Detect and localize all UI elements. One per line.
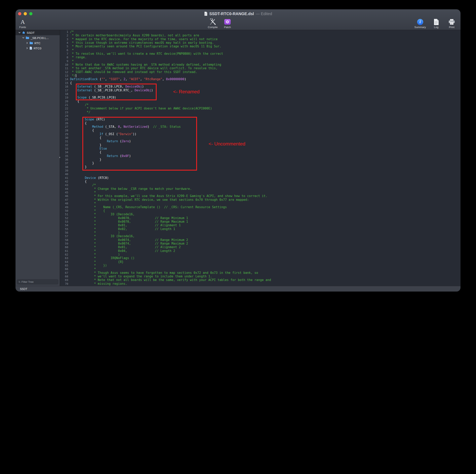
code-line-42[interactable]: 42 {: [60, 180, 460, 183]
code-text: {: [70, 129, 94, 132]
code-line-26[interactable]: 26 {: [60, 121, 460, 125]
code-line-2[interactable]: 2 * On certain motherboards(mainly Asus …: [60, 34, 460, 37]
code-line-28[interactable]: 28 {: [60, 129, 460, 132]
code-line-27[interactable]: 27 Method (_STA, 0, NotSerialized) // _S…: [60, 125, 460, 129]
print-button[interactable]: Print: [446, 18, 457, 29]
code-line-60[interactable]: 60 * 0x01, // Alignment 2: [60, 245, 460, 249]
code-line-31[interactable]: 31 Return (Zero): [60, 139, 460, 143]
sidebar-item-ssdt[interactable]: SSDT: [16, 30, 60, 35]
code-line-20[interactable]: 20 {: [60, 100, 460, 103]
close-window-button[interactable]: [18, 12, 21, 15]
code-line-14[interactable]: 14DefinitionBlock ("", "SSDT", 2, "ACDT"…: [60, 77, 460, 81]
code-line-32[interactable]: 32 }: [60, 143, 460, 147]
code-line-34[interactable]: 34 {: [60, 151, 460, 154]
code-line-17[interactable]: 17 External (_SB_.PCI0.LPC0.RTC_, Device…: [60, 88, 460, 92]
code-line-54[interactable]: 54 * 0x01, // Alignment 1: [60, 223, 460, 227]
acpi-tree: SSDT_SB.PCI0.L...RTCRTC0: [16, 30, 60, 51]
code-line-69[interactable]: 69 * Note that not all boards will be th…: [60, 278, 460, 282]
code-line-55[interactable]: 55 * 0x02, // Length 1: [60, 227, 460, 231]
code-line-68[interactable]: 68 * we'll want to expand the range to i…: [60, 275, 460, 278]
line-number: 25: [60, 118, 68, 121]
code-line-39[interactable]: 39: [60, 169, 460, 172]
code-line-48[interactable]: 48 *: [60, 202, 460, 205]
code-line-22[interactable]: 22 * Uncomment below if your ACPI doesn'…: [60, 107, 460, 110]
code-line-67[interactable]: 67 * Though Asus seems to have forgotten…: [60, 271, 460, 275]
chevron-down-icon[interactable]: [18, 32, 21, 34]
code-line-33[interactable]: 33 Else: [60, 147, 460, 151]
fonts-button[interactable]: A Fonts: [17, 18, 28, 29]
code-line-15[interactable]: 15{: [60, 81, 460, 85]
code-line-19[interactable]: 19 Scope (_SB.PCI0.LPC0): [60, 96, 460, 99]
code-line-46[interactable]: 46 * For this example, we'll use the Asu…: [60, 194, 460, 198]
code-line-49[interactable]: 49 * Name (_CRS, ResourceTemplate () // …: [60, 205, 460, 209]
sidebar-item-rtc[interactable]: RTC: [16, 40, 60, 46]
line-number: 1: [60, 30, 68, 34]
code-line-23[interactable]: 23 */: [60, 110, 460, 114]
code-line-13[interactable]: 13 */: [60, 74, 460, 77]
code-line-30[interactable]: 30 {: [60, 136, 460, 139]
code-line-24[interactable]: 24: [60, 114, 460, 118]
code-line-6[interactable]: 6 *: [60, 48, 460, 52]
code-line-40[interactable]: 40: [60, 172, 460, 176]
code-line-63[interactable]: 63 * IRQNoFlags (): [60, 256, 460, 260]
code-line-50[interactable]: 50 * {: [60, 209, 460, 213]
code-line-62[interactable]: 62 * ): [60, 253, 460, 256]
compile-button[interactable]: Compile: [207, 18, 218, 29]
code-line-44[interactable]: 44 * Change the below _CSR range to matc…: [60, 187, 460, 191]
code-line-21[interactable]: 21 /*: [60, 103, 460, 107]
code-line-70[interactable]: 70 * missing regions.: [60, 282, 460, 286]
code-line-5[interactable]: 5 * Most prominently seen around the PCI…: [60, 45, 460, 48]
code-line-58[interactable]: 58 * 0x0074, // Range Minimum 2: [60, 238, 460, 242]
code-editor[interactable]: 1/*2 * On certain motherboards(mainly As…: [60, 30, 460, 286]
chevron-right-icon[interactable]: [26, 47, 29, 50]
summary-button[interactable]: i Summary: [414, 18, 426, 29]
code-line-41[interactable]: 41 Device (RTC0): [60, 176, 460, 180]
line-number: 15: [60, 81, 68, 85]
code-line-16[interactable]: 16 External (_SB_.PCI0.LPC0, DeviceObj): [60, 85, 460, 88]
code-line-11[interactable]: 11 * to set another _STA method in your …: [60, 67, 460, 70]
filter-tree-field[interactable]: [17, 279, 58, 284]
code-line-25[interactable]: 25 Scope (RTC): [60, 118, 460, 121]
code-line-52[interactable]: 52 * 0x0070, // Range Minimum 1: [60, 216, 460, 220]
code-line-35[interactable]: 35 Return (0x0F): [60, 154, 460, 158]
code-line-61[interactable]: 61 * 0x04, // Length 2: [60, 249, 460, 253]
code-line-8[interactable]: 8 * range.: [60, 55, 460, 59]
sidebar-item-sb-pci0-l[interactable]: _SB.PCI0.L...: [16, 35, 60, 40]
line-number: 2: [60, 34, 68, 37]
titlebar[interactable]: SSDT-RTC0-RANGE.dsl — Edited: [16, 9, 460, 18]
patch-button[interactable]: Patch: [222, 18, 233, 29]
code-line-66[interactable]: 66 *: [60, 267, 460, 271]
line-number: 13: [60, 74, 68, 77]
chevron-right-icon[interactable]: [26, 42, 29, 44]
code-line-37[interactable]: 37 }: [60, 161, 460, 165]
minimize-window-button[interactable]: [24, 12, 27, 15]
code-line-38[interactable]: 38 }: [60, 165, 460, 169]
code-line-64[interactable]: 64 * {8}: [60, 260, 460, 264]
document-proxy-icon[interactable]: [204, 12, 207, 16]
code-line-65[interactable]: 65 * }): [60, 264, 460, 267]
sidebar-item-rtc0[interactable]: RTC0: [16, 46, 60, 51]
code-line-4[interactable]: 4 * this issue though in extreme circums…: [60, 41, 460, 45]
code-line-18[interactable]: 18: [60, 92, 460, 96]
code-line-7[interactable]: 7 * To resolve this, we'll want to creat…: [60, 52, 460, 55]
code-line-56[interactable]: 56 * ): [60, 231, 460, 234]
code-line-43[interactable]: 43 /*: [60, 183, 460, 187]
code-line-1[interactable]: 1/*: [60, 30, 460, 34]
chevron-down-icon[interactable]: [22, 37, 25, 39]
code-line-45[interactable]: 45 *: [60, 191, 460, 194]
code-line-29[interactable]: 29 If (_OSI ("Darwin")): [60, 132, 460, 136]
code-line-53[interactable]: 53 * 0x0070, // Range Maximum 1: [60, 220, 460, 223]
log-button[interactable]: Log: [431, 18, 441, 29]
code-line-57[interactable]: 57 * IO (Decode16,: [60, 234, 460, 238]
filter-tree-input[interactable]: [21, 280, 57, 283]
code-line-10[interactable]: 10 * Note that due to AWAC systems havin…: [60, 63, 460, 67]
zoom-window-button[interactable]: [29, 12, 33, 15]
code-line-9[interactable]: 9 *: [60, 59, 460, 63]
code-line-51[interactable]: 51 * IO (Decode16,: [60, 213, 460, 216]
code-line-12[interactable]: 12 * SSDT-AWAC should be removed and ins…: [60, 70, 460, 74]
code-line-36[interactable]: 36 }: [60, 158, 460, 161]
code-line-59[interactable]: 59 * 0x0074, // Range Maximum 2: [60, 242, 460, 245]
code-line-3[interactable]: 3 * mapped in the RTC device. For the ma…: [60, 37, 460, 41]
code-line-47[interactable]: 47 * Within the original RTC device, we …: [60, 198, 460, 202]
code-text: * Uncomment below if your ACPI doesn't h…: [70, 107, 212, 110]
